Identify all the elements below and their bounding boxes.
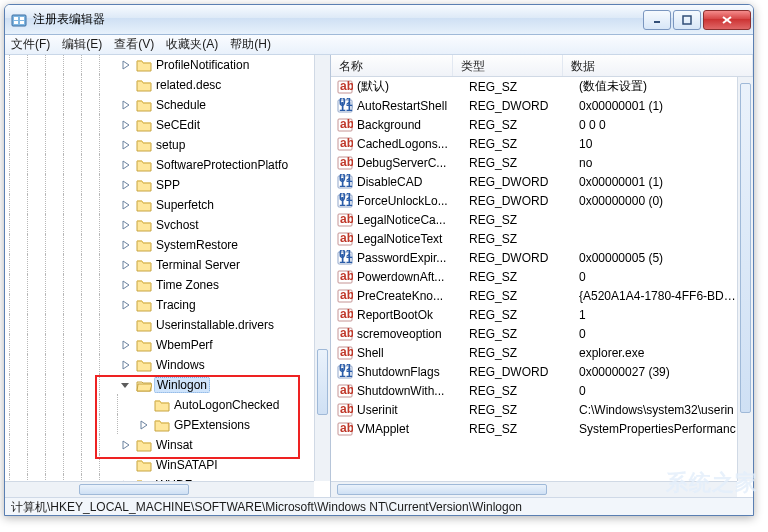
value-name: Shell [357,346,469,360]
tree-item[interactable]: Superfetch [9,195,310,215]
expander-icon[interactable] [138,420,149,431]
tree-item[interactable]: related.desc [9,75,310,95]
expander-icon[interactable] [120,260,131,271]
list-row[interactable]: DebugServerC... REG_SZ no [331,153,737,172]
list-scroll-thumb-v[interactable] [740,83,751,413]
close-button[interactable] [703,10,751,30]
tree-item[interactable]: Schedule [9,95,310,115]
list-scrollbar-vertical[interactable] [737,77,753,481]
menu-file[interactable]: 文件(F) [11,36,50,53]
column-type[interactable]: 类型 [453,55,563,76]
list-row[interactable]: CachedLogons... REG_SZ 10 [331,134,737,153]
tree-item[interactable]: Windows [9,355,310,375]
list-row[interactable]: LegalNoticeCa... REG_SZ [331,210,737,229]
expander-icon[interactable] [120,380,131,391]
list-row[interactable]: ShutdownFlags REG_DWORD 0x00000027 (39) [331,362,737,381]
expander-icon[interactable] [120,360,131,371]
titlebar[interactable]: 注册表编辑器 [5,5,753,35]
tree-scrollbar-horizontal[interactable] [5,481,314,497]
value-type: REG_DWORD [469,194,579,208]
tree-item[interactable]: WbemPerf [9,335,310,355]
list-body[interactable]: (默认) REG_SZ (数值未设置) AutoRestartShell REG… [331,77,737,481]
value-type: REG_SZ [469,422,579,436]
folder-icon [136,77,152,93]
list-row[interactable]: PasswordExpir... REG_DWORD 0x00000005 (5… [331,248,737,267]
list-row[interactable]: ForceUnlockLo... REG_DWORD 0x00000000 (0… [331,191,737,210]
value-type: REG_SZ [469,289,579,303]
tree-scrollbar-vertical[interactable] [314,55,330,481]
tree-item[interactable]: GPExtensions [9,415,310,435]
expander-icon[interactable] [120,300,131,311]
list-row[interactable]: LegalNoticeText REG_SZ [331,229,737,248]
minimize-button[interactable] [643,10,671,30]
tree-item[interactable]: SeCEdit [9,115,310,135]
string-value-icon [337,421,353,437]
tree-item-label: Superfetch [154,198,216,212]
tree-item[interactable]: Svchost [9,215,310,235]
expander-icon[interactable] [120,340,131,351]
list-row[interactable]: VMApplet REG_SZ SystemPropertiesPerforma… [331,419,737,438]
value-data: explorer.exe [579,346,737,360]
list-scrollbar-horizontal[interactable] [331,481,737,497]
list-row[interactable]: PreCreateKno... REG_SZ {A520A1A4-1780-4F… [331,286,737,305]
tree[interactable]: ProfileNotification related.desc Schedul… [5,55,314,481]
folder-icon [136,57,152,73]
list-row[interactable]: PowerdownAft... REG_SZ 0 [331,267,737,286]
list-row[interactable]: Shell REG_SZ explorer.exe [331,343,737,362]
expander-icon[interactable] [120,100,131,111]
tree-item[interactable]: Terminal Server [9,255,310,275]
expander-icon[interactable] [120,120,131,131]
expander-icon [138,400,149,411]
column-name[interactable]: 名称 [331,55,453,76]
value-name: ShutdownWith... [357,384,469,398]
list-row[interactable]: scremoveoption REG_SZ 0 [331,324,737,343]
expander-icon[interactable] [120,140,131,151]
tree-item[interactable]: WinSATAPI [9,455,310,475]
folder-icon [136,117,152,133]
expander-icon[interactable] [120,60,131,71]
tree-item[interactable]: SoftwareProtectionPlatfo [9,155,310,175]
expander-icon[interactable] [120,240,131,251]
tree-item[interactable]: Winsat [9,435,310,455]
menu-fav[interactable]: 收藏夹(A) [166,36,218,53]
tree-item[interactable]: ProfileNotification [9,55,310,75]
tree-item[interactable]: Winlogon [9,375,310,395]
value-data: 0 [579,384,737,398]
expander-icon[interactable] [120,180,131,191]
tree-item[interactable]: Time Zones [9,275,310,295]
value-name: CachedLogons... [357,137,469,151]
column-data[interactable]: 数据 [563,55,753,76]
value-type: REG_DWORD [469,365,579,379]
tree-scroll-thumb-v[interactable] [317,349,328,415]
string-value-icon [337,212,353,228]
expander-icon[interactable] [120,160,131,171]
folder-icon [136,437,152,453]
expander-icon[interactable] [120,440,131,451]
menu-help[interactable]: 帮助(H) [230,36,271,53]
maximize-button[interactable] [673,10,701,30]
list-row[interactable]: DisableCAD REG_DWORD 0x00000001 (1) [331,172,737,191]
menu-view[interactable]: 查看(V) [114,36,154,53]
value-data: 0 [579,270,737,284]
tree-item[interactable]: Tracing [9,295,310,315]
value-data: 0 0 0 [579,118,737,132]
list-scroll-thumb-h[interactable] [337,484,547,495]
tree-item[interactable]: setup [9,135,310,155]
menu-edit[interactable]: 编辑(E) [62,36,102,53]
list-row[interactable]: AutoRestartShell REG_DWORD 0x00000001 (1… [331,96,737,115]
list-row[interactable]: ShutdownWith... REG_SZ 0 [331,381,737,400]
value-name: scremoveoption [357,327,469,341]
tree-item[interactable]: Userinstallable.drivers [9,315,310,335]
tree-item[interactable]: SPP [9,175,310,195]
list-row[interactable]: ReportBootOk REG_SZ 1 [331,305,737,324]
tree-item[interactable]: SystemRestore [9,235,310,255]
tree-scroll-thumb-h[interactable] [79,484,189,495]
expander-icon[interactable] [120,220,131,231]
expander-icon[interactable] [120,200,131,211]
list-row[interactable]: (默认) REG_SZ (数值未设置) [331,77,737,96]
tree-item[interactable]: AutoLogonChecked [9,395,310,415]
list-row[interactable]: Background REG_SZ 0 0 0 [331,115,737,134]
tree-pane: ProfileNotification related.desc Schedul… [5,55,331,497]
expander-icon[interactable] [120,280,131,291]
list-row[interactable]: Userinit REG_SZ C:\Windows\system32\user… [331,400,737,419]
